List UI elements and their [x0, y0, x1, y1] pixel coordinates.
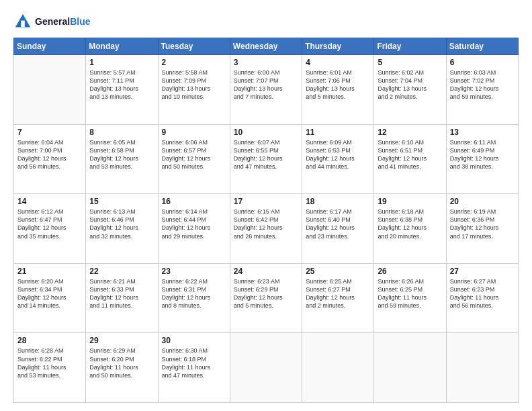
weekday-header-tuesday: Tuesday [158, 38, 230, 55]
day-number: 25 [306, 267, 370, 276]
calendar-cell: 28Sunrise: 6:28 AMSunset: 6:22 PMDayligh… [14, 333, 86, 403]
day-number: 19 [378, 197, 442, 206]
day-number: 20 [450, 197, 515, 206]
calendar-week-row: 7Sunrise: 6:04 AMSunset: 7:00 PMDaylight… [14, 124, 519, 194]
cell-details: Sunrise: 6:02 AMSunset: 7:04 PMDaylight:… [378, 68, 442, 101]
calendar-cell: 4Sunrise: 6:01 AMSunset: 7:06 PMDaylight… [302, 55, 374, 125]
weekday-header-monday: Monday [86, 38, 158, 55]
calendar-cell: 16Sunrise: 6:14 AMSunset: 6:44 PMDayligh… [158, 194, 230, 264]
day-number: 4 [306, 58, 370, 67]
calendar-cell: 18Sunrise: 6:17 AMSunset: 6:40 PMDayligh… [302, 194, 374, 264]
calendar-cell: 17Sunrise: 6:15 AMSunset: 6:42 PMDayligh… [230, 194, 302, 264]
day-number: 18 [306, 197, 370, 206]
calendar-cell: 10Sunrise: 6:07 AMSunset: 6:55 PMDayligh… [230, 124, 302, 194]
cell-details: Sunrise: 6:11 AMSunset: 6:49 PMDaylight:… [450, 138, 515, 171]
weekday-header-saturday: Saturday [446, 38, 518, 55]
cell-details: Sunrise: 6:25 AMSunset: 6:27 PMDaylight:… [306, 277, 370, 310]
calendar-cell [230, 333, 302, 403]
cell-details: Sunrise: 6:19 AMSunset: 6:36 PMDaylight:… [450, 208, 515, 240]
calendar-cell: 21Sunrise: 6:20 AMSunset: 6:34 PMDayligh… [14, 263, 86, 333]
day-number: 13 [450, 128, 515, 137]
logo: GeneralBlue [13, 12, 90, 31]
calendar-cell: 7Sunrise: 6:04 AMSunset: 7:00 PMDaylight… [14, 124, 86, 194]
calendar-cell: 15Sunrise: 6:13 AMSunset: 6:46 PMDayligh… [86, 194, 158, 264]
day-number: 2 [162, 58, 226, 67]
cell-details: Sunrise: 6:20 AMSunset: 6:34 PMDaylight:… [17, 277, 82, 310]
cell-details: Sunrise: 6:18 AMSunset: 6:38 PMDaylight:… [378, 208, 442, 240]
calendar-cell: 5Sunrise: 6:02 AMSunset: 7:04 PMDaylight… [374, 55, 446, 125]
calendar-cell: 11Sunrise: 6:09 AMSunset: 6:53 PMDayligh… [302, 124, 374, 194]
cell-details: Sunrise: 6:27 AMSunset: 6:23 PMDaylight:… [450, 277, 515, 310]
day-number: 12 [378, 128, 442, 137]
cell-details: Sunrise: 6:12 AMSunset: 6:47 PMDaylight:… [17, 208, 82, 240]
cell-details: Sunrise: 6:10 AMSunset: 6:51 PMDaylight:… [378, 138, 442, 171]
weekday-header-friday: Friday [374, 38, 446, 55]
calendar-week-row: 14Sunrise: 6:12 AMSunset: 6:47 PMDayligh… [14, 194, 519, 264]
day-number: 15 [89, 197, 154, 206]
day-number: 27 [450, 267, 515, 276]
day-number: 21 [17, 267, 82, 276]
page: GeneralBlue SundayMondayTuesdayWednesday… [0, 0, 532, 411]
calendar-cell: 13Sunrise: 6:11 AMSunset: 6:49 PMDayligh… [446, 124, 518, 194]
calendar-week-row: 28Sunrise: 6:28 AMSunset: 6:22 PMDayligh… [14, 333, 519, 403]
calendar-cell: 6Sunrise: 6:03 AMSunset: 7:02 PMDaylight… [446, 55, 518, 125]
cell-details: Sunrise: 6:17 AMSunset: 6:40 PMDaylight:… [306, 208, 370, 240]
day-number: 10 [234, 128, 298, 137]
day-number: 28 [17, 336, 82, 345]
day-number: 8 [89, 128, 154, 137]
day-number: 1 [89, 58, 154, 67]
calendar-cell: 8Sunrise: 6:05 AMSunset: 6:58 PMDaylight… [86, 124, 158, 194]
calendar-cell: 23Sunrise: 6:22 AMSunset: 6:31 PMDayligh… [158, 263, 230, 333]
cell-details: Sunrise: 5:58 AMSunset: 7:09 PMDaylight:… [162, 68, 226, 101]
day-number: 3 [234, 58, 298, 67]
calendar-cell: 9Sunrise: 6:06 AMSunset: 6:57 PMDaylight… [158, 124, 230, 194]
calendar-cell [446, 333, 518, 403]
cell-details: Sunrise: 6:14 AMSunset: 6:44 PMDaylight:… [162, 208, 226, 240]
calendar-cell: 19Sunrise: 6:18 AMSunset: 6:38 PMDayligh… [374, 194, 446, 264]
weekday-header-sunday: Sunday [14, 38, 86, 55]
calendar-table: SundayMondayTuesdayWednesdayThursdayFrid… [13, 38, 519, 403]
cell-details: Sunrise: 6:09 AMSunset: 6:53 PMDaylight:… [306, 138, 370, 171]
logo-text: GeneralBlue [35, 16, 90, 27]
day-number: 24 [234, 267, 298, 276]
calendar-cell: 24Sunrise: 6:23 AMSunset: 6:29 PMDayligh… [230, 263, 302, 333]
calendar-week-row: 1Sunrise: 5:57 AMSunset: 7:11 PMDaylight… [14, 55, 519, 125]
calendar-cell: 25Sunrise: 6:25 AMSunset: 6:27 PMDayligh… [302, 263, 374, 333]
cell-details: Sunrise: 6:22 AMSunset: 6:31 PMDaylight:… [162, 277, 226, 310]
calendar-cell: 22Sunrise: 6:21 AMSunset: 6:33 PMDayligh… [86, 263, 158, 333]
weekday-header-row: SundayMondayTuesdayWednesdayThursdayFrid… [14, 38, 519, 55]
cell-details: Sunrise: 6:13 AMSunset: 6:46 PMDaylight:… [89, 208, 154, 240]
cell-details: Sunrise: 6:23 AMSunset: 6:29 PMDaylight:… [234, 277, 298, 310]
calendar-cell: 30Sunrise: 6:30 AMSunset: 6:18 PMDayligh… [158, 333, 230, 403]
calendar-cell: 27Sunrise: 6:27 AMSunset: 6:23 PMDayligh… [446, 263, 518, 333]
day-number: 22 [89, 267, 154, 276]
cell-details: Sunrise: 6:26 AMSunset: 6:25 PMDaylight:… [378, 277, 442, 310]
calendar-cell [14, 55, 86, 125]
day-number: 16 [162, 197, 226, 206]
day-number: 17 [234, 197, 298, 206]
day-number: 6 [450, 58, 515, 67]
cell-details: Sunrise: 6:01 AMSunset: 7:06 PMDaylight:… [306, 68, 370, 101]
calendar-cell [302, 333, 374, 403]
calendar-cell [374, 333, 446, 403]
cell-details: Sunrise: 6:04 AMSunset: 7:00 PMDaylight:… [17, 138, 82, 171]
svg-rect-2 [21, 21, 25, 28]
day-number: 30 [162, 336, 226, 345]
cell-details: Sunrise: 6:21 AMSunset: 6:33 PMDaylight:… [89, 277, 154, 310]
calendar-cell: 2Sunrise: 5:58 AMSunset: 7:09 PMDaylight… [158, 55, 230, 125]
cell-details: Sunrise: 6:28 AMSunset: 6:22 PMDaylight:… [17, 347, 82, 379]
calendar-cell: 3Sunrise: 6:00 AMSunset: 7:07 PMDaylight… [230, 55, 302, 125]
calendar-cell: 1Sunrise: 5:57 AMSunset: 7:11 PMDaylight… [86, 55, 158, 125]
day-number: 11 [306, 128, 370, 137]
header: GeneralBlue [13, 12, 519, 31]
cell-details: Sunrise: 6:15 AMSunset: 6:42 PMDaylight:… [234, 208, 298, 240]
cell-details: Sunrise: 6:30 AMSunset: 6:18 PMDaylight:… [162, 347, 226, 379]
cell-details: Sunrise: 6:06 AMSunset: 6:57 PMDaylight:… [162, 138, 226, 171]
calendar-week-row: 21Sunrise: 6:20 AMSunset: 6:34 PMDayligh… [14, 263, 519, 333]
logo-icon [13, 12, 32, 31]
day-number: 29 [89, 336, 154, 345]
day-number: 26 [378, 267, 442, 276]
calendar-cell: 12Sunrise: 6:10 AMSunset: 6:51 PMDayligh… [374, 124, 446, 194]
cell-details: Sunrise: 6:07 AMSunset: 6:55 PMDaylight:… [234, 138, 298, 171]
calendar-cell: 26Sunrise: 6:26 AMSunset: 6:25 PMDayligh… [374, 263, 446, 333]
